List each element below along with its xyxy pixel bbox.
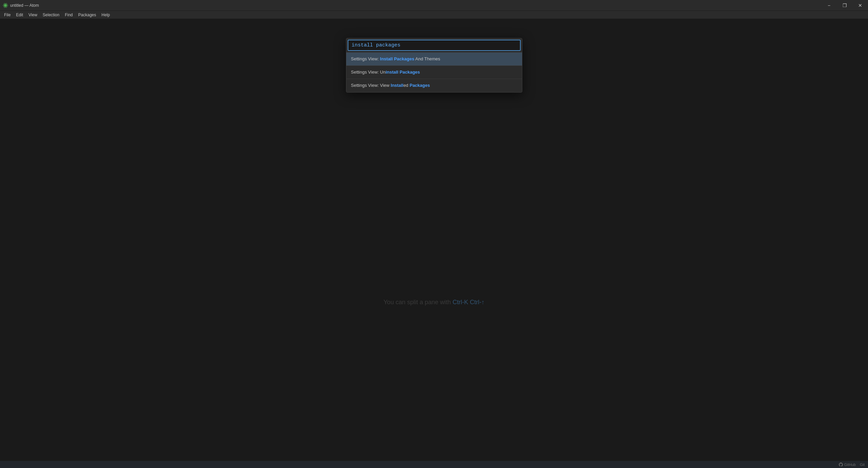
menu-packages[interactable]: Packages (76, 12, 99, 18)
hint-key: Ctrl-K Ctrl-↑ (452, 299, 484, 306)
menu-help[interactable]: Help (99, 12, 113, 18)
menu-edit[interactable]: Edit (13, 12, 26, 18)
menu-find[interactable]: Find (62, 12, 75, 18)
result-suffix: And Themes (414, 56, 440, 61)
window-title: untitled — Atom (10, 3, 39, 8)
minimize-button[interactable]: − (821, 0, 837, 11)
status-bar-right: GitHub Git (839, 463, 865, 467)
title-bar-left: untitled — Atom (3, 3, 39, 8)
git-status[interactable]: Git (860, 463, 865, 467)
command-palette-input[interactable] (348, 40, 521, 51)
result-highlight2: Packages (409, 83, 430, 88)
command-input-wrapper (346, 38, 522, 53)
result-highlight: install Packages (386, 70, 420, 75)
split-pane-hint: You can split a pane with Ctrl-K Ctrl-↑ (384, 299, 484, 306)
menu-selection[interactable]: Selection (40, 12, 62, 18)
menu-view[interactable]: View (26, 12, 40, 18)
close-button[interactable]: ✕ (852, 0, 868, 11)
atom-logo-icon (3, 3, 8, 8)
restore-button[interactable]: ❐ (837, 0, 852, 11)
result-prefix: Settings View: (351, 56, 380, 61)
hint-text-before: You can split a pane with (384, 299, 452, 306)
result-highlight1: Install (391, 83, 404, 88)
menu-bar: File Edit View Selection Find Packages H… (0, 11, 868, 19)
title-bar: untitled — Atom − ❐ ✕ (0, 0, 868, 11)
window-controls: − ❐ ✕ (821, 0, 868, 11)
result-uninstall-packages[interactable]: Settings View: Uninstall Packages (346, 66, 522, 79)
github-label: GitHub (844, 463, 856, 467)
command-results: Settings View: Install Packages And Them… (346, 53, 522, 92)
result-prefix: Settings View: Un (351, 70, 386, 75)
main-content: Settings View: Install Packages And Them… (0, 19, 868, 461)
result-middle: ed (403, 83, 409, 88)
github-status[interactable]: GitHub (839, 463, 856, 467)
command-palette: Settings View: Install Packages And Them… (346, 38, 522, 93)
status-bar: GitHub Git (0, 461, 868, 468)
result-view-installed-packages[interactable]: Settings View: View Installed Packages (346, 79, 522, 92)
result-prefix: Settings View: View (351, 83, 391, 88)
result-install-packages-themes[interactable]: Settings View: Install Packages And Them… (346, 53, 522, 66)
github-icon (839, 463, 843, 467)
result-highlight: Install Packages (380, 56, 414, 61)
menu-file[interactable]: File (1, 12, 13, 18)
